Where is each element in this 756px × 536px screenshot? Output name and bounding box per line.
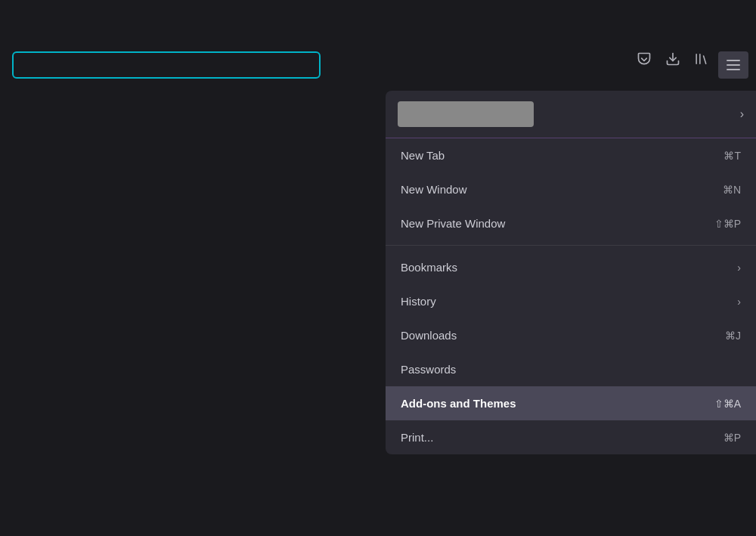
passwords-label: Passwords — [401, 363, 456, 376]
hamburger-button[interactable] — [718, 51, 748, 79]
profile-chevron-icon: › — [740, 107, 744, 121]
menu-item-history[interactable]: History › — [386, 284, 756, 318]
new-window-shortcut: ⌘N — [723, 184, 741, 196]
new-private-window-shortcut: ⇧⌘P — [714, 218, 741, 230]
menu-item-downloads[interactable]: Downloads ⌘J — [386, 318, 756, 352]
menu-header[interactable]: › — [386, 91, 756, 138]
downloads-shortcut: ⌘J — [725, 330, 741, 342]
toolbar-icons — [637, 51, 711, 70]
profile-bar — [398, 101, 534, 127]
menu-item-bookmarks[interactable]: Bookmarks › — [386, 250, 756, 284]
print-label: Print... — [401, 431, 433, 444]
new-tab-shortcut: ⌘T — [723, 150, 741, 162]
history-label: History — [401, 295, 436, 308]
menu-item-new-private-window[interactable]: New Private Window ⇧⌘P — [386, 206, 756, 240]
menu-item-new-window[interactable]: New Window ⌘N — [386, 172, 756, 206]
url-bar[interactable] — [12, 51, 321, 79]
divider-1 — [386, 245, 756, 246]
app-menu: › New Tab ⌘T New Window ⌘N New Private W… — [386, 91, 756, 454]
addons-shortcut: ⇧⌘A — [714, 398, 741, 410]
bookmarks-chevron-icon: › — [737, 262, 741, 274]
hamburger-icon — [727, 60, 740, 70]
print-shortcut: ⌘P — [723, 432, 741, 444]
new-tab-label: New Tab — [401, 149, 445, 162]
new-private-window-label: New Private Window — [401, 217, 505, 230]
history-chevron-icon: › — [737, 296, 741, 308]
menu-item-print[interactable]: Print... ⌘P — [386, 420, 756, 454]
download-icon[interactable] — [665, 51, 680, 70]
menu-item-new-tab[interactable]: New Tab ⌘T — [386, 138, 756, 172]
library-icon[interactable] — [694, 51, 711, 70]
pocket-icon[interactable] — [637, 51, 652, 70]
svg-line-3 — [704, 56, 706, 64]
bookmarks-label: Bookmarks — [401, 261, 457, 274]
new-window-label: New Window — [401, 183, 467, 196]
menu-item-passwords[interactable]: Passwords — [386, 352, 756, 386]
downloads-label: Downloads — [401, 329, 457, 342]
menu-item-addons[interactable]: Add-ons and Themes ⇧⌘A — [386, 386, 756, 420]
background — [0, 0, 386, 536]
addons-label: Add-ons and Themes — [401, 397, 516, 410]
